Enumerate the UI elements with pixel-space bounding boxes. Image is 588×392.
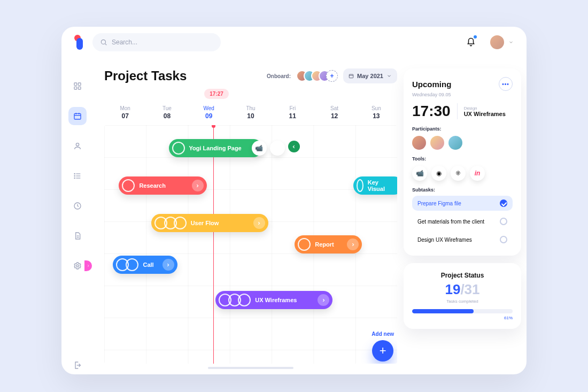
- participants-label: Participants:: [412, 126, 513, 132]
- notifications-button[interactable]: [461, 33, 481, 52]
- figma-icon[interactable]: ◉: [270, 141, 285, 156]
- sidebar-item-clock[interactable]: [68, 197, 87, 215]
- tools-label: Tools:: [412, 156, 513, 162]
- subtask-label: Design UX Wireframes: [417, 237, 472, 243]
- bell-icon: [466, 37, 476, 47]
- app-window: Search...: [61, 27, 527, 374]
- onboard-label: Onboard:: [267, 73, 291, 79]
- timeline-grid[interactable]: Yogi Landing Page 📹 ◉ Research: [104, 125, 397, 364]
- sidebar: [61, 58, 94, 374]
- avatar: [298, 238, 311, 251]
- task-bar[interactable]: Report: [295, 235, 362, 253]
- upcoming-time: 17:30: [412, 103, 451, 120]
- calendar-icon: [73, 112, 82, 120]
- page-title: Project Tasks: [104, 68, 187, 83]
- onboard-avatars: +: [296, 70, 338, 82]
- figma-icon[interactable]: ◉: [431, 166, 446, 181]
- task-bar[interactable]: UX Wireframes: [215, 291, 332, 309]
- check-icon[interactable]: [500, 236, 507, 243]
- task-bar[interactable]: Research: [119, 176, 206, 195]
- avatar: [122, 179, 135, 192]
- svg-rect-21: [349, 74, 353, 78]
- sidebar-item-calendar[interactable]: [68, 107, 87, 125]
- task-label: Research: [139, 182, 166, 189]
- gear-icon: [73, 262, 82, 270]
- svg-point-20: [76, 265, 79, 267]
- check-icon[interactable]: [500, 199, 507, 207]
- slack-icon[interactable]: ⁜: [451, 166, 466, 181]
- status-title: Project Status: [412, 272, 513, 279]
- subtask-row[interactable]: Design UX Wireframes: [412, 232, 513, 247]
- avatar: [430, 136, 444, 150]
- settings-flyout-toggle[interactable]: [84, 260, 92, 271]
- day-col[interactable]: Sat12: [313, 102, 355, 123]
- task-bar[interactable]: Yogi Landing Page 📹 ◉: [169, 139, 262, 157]
- day-col[interactable]: Tue08: [146, 102, 188, 123]
- avatar: [174, 217, 187, 229]
- task-bar[interactable]: Key Visual: [353, 176, 397, 195]
- progress-bar: [412, 309, 513, 313]
- sidebar-item-document[interactable]: [68, 227, 87, 245]
- day-col[interactable]: Fri11: [272, 102, 313, 123]
- svg-point-16: [74, 178, 75, 178]
- expand-button[interactable]: [318, 294, 329, 306]
- svg-rect-5: [78, 87, 81, 89]
- more-button[interactable]: •••: [499, 77, 513, 91]
- month-selector[interactable]: May 2021: [343, 68, 397, 83]
- day-header-row: Mon07 Tue08 Wed09 Thu10 Fri11 Sat12 Sun1…: [104, 102, 397, 123]
- event-name: UX Wireframes: [464, 111, 506, 117]
- tools-row: 📹 ◉ ⁜ in: [412, 166, 513, 181]
- search-input[interactable]: Search...: [92, 33, 221, 51]
- timeline-panel: Project Tasks Onboard: + May 2021: [104, 68, 397, 369]
- day-col[interactable]: Sun13: [355, 102, 397, 123]
- subtask-row[interactable]: Get materials from the client: [412, 214, 513, 229]
- svg-rect-4: [74, 87, 77, 89]
- person-icon: [73, 142, 82, 150]
- sidebar-item-people[interactable]: [68, 137, 87, 155]
- task-label: User Flow: [191, 220, 219, 226]
- expand-button[interactable]: [192, 180, 204, 191]
- meet-icon[interactable]: 📹: [412, 166, 427, 181]
- expand-button[interactable]: [347, 239, 359, 250]
- subtask-label: Prepare Figma file: [417, 201, 461, 206]
- svg-line-1: [105, 44, 107, 45]
- add-member-button[interactable]: +: [326, 70, 338, 82]
- subtask-row[interactable]: Prepare Figma file: [412, 196, 513, 211]
- task-label: Yogi Landing Page: [189, 145, 242, 151]
- participants-row: [412, 136, 513, 150]
- add-task-button[interactable]: +: [372, 340, 393, 362]
- avatar: [238, 294, 251, 306]
- avatar: [412, 136, 426, 150]
- clock-icon: [73, 202, 82, 210]
- meet-icon[interactable]: 📹: [252, 141, 267, 156]
- current-time-pill: 17:27: [204, 89, 229, 99]
- day-col[interactable]: Mon07: [104, 102, 146, 123]
- day-col[interactable]: Thu10: [230, 102, 272, 123]
- svg-point-0: [101, 40, 105, 44]
- check-icon[interactable]: [500, 218, 507, 225]
- upcoming-card: Upcoming ••• Wednesday 09.05 17:30 Desig…: [404, 68, 521, 256]
- chevron-down-icon: [386, 73, 392, 79]
- horizontal-scrollbar[interactable]: [208, 367, 293, 369]
- notification-dot: [474, 35, 477, 39]
- sidebar-item-dashboard[interactable]: [68, 77, 87, 95]
- day-col[interactable]: Wed09: [188, 102, 230, 123]
- invision-icon[interactable]: in: [470, 166, 485, 181]
- svg-rect-6: [74, 113, 81, 119]
- sidebar-item-settings[interactable]: [68, 257, 87, 275]
- expand-button[interactable]: [163, 259, 174, 271]
- svg-point-14: [74, 173, 75, 174]
- profile-menu[interactable]: [489, 34, 514, 50]
- sidebar-item-list[interactable]: [68, 167, 87, 185]
- expand-button[interactable]: [253, 217, 265, 229]
- sidebar-item-logout[interactable]: [68, 356, 87, 374]
- task-bar[interactable]: User Flow: [151, 214, 268, 232]
- svg-point-15: [74, 175, 75, 176]
- avatar: [172, 142, 185, 155]
- subtasks-label: Subtasks:: [412, 187, 513, 193]
- avatar: [357, 179, 363, 192]
- task-bar[interactable]: Call: [113, 256, 177, 274]
- list-icon: [73, 172, 82, 180]
- collapse-button[interactable]: [288, 141, 300, 152]
- add-new-label: Add new: [372, 331, 394, 337]
